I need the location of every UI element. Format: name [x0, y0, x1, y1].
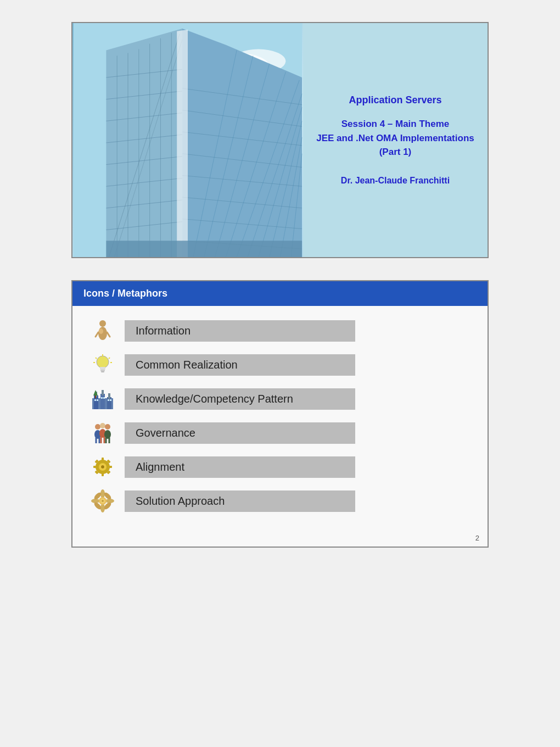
svg-point-42 — [99, 320, 106, 327]
svg-rect-62 — [108, 393, 110, 399]
svg-point-43 — [98, 327, 107, 340]
svg-line-52 — [96, 358, 97, 359]
svg-rect-63 — [94, 399, 96, 401]
svg-rect-49 — [100, 370, 105, 371]
list-item: Information — [89, 317, 471, 344]
svg-rect-68 — [110, 399, 111, 401]
svg-point-105 — [102, 500, 104, 502]
slide1-content: Application Servers Session 4 – Main The… — [303, 23, 488, 257]
subtitle-line1: Session 4 – Main Theme — [341, 119, 450, 129]
svg-point-75 — [105, 424, 110, 430]
governance-icon — [89, 419, 116, 447]
knowledge-icon — [89, 385, 116, 412]
svg-rect-61 — [102, 390, 104, 395]
svg-rect-58 — [100, 394, 105, 409]
alignment-icon — [89, 453, 116, 481]
list-item: Common Realization — [89, 351, 471, 378]
list-item: Knowledge/Competency Pattern — [89, 385, 471, 412]
svg-point-76 — [104, 430, 111, 439]
information-label: Information — [125, 320, 355, 342]
svg-rect-41 — [106, 241, 302, 257]
page-number: 2 — [72, 531, 488, 547]
slide1: Application Servers Session 4 – Main The… — [71, 22, 489, 258]
solution-approach-label: Solution Approach — [125, 490, 355, 512]
svg-point-94 — [101, 465, 104, 469]
author-name: Dr. Jean-Claude Franchitti — [341, 176, 450, 186]
solution-approach-icon — [89, 487, 116, 515]
svg-rect-89 — [109, 466, 112, 468]
building-background — [72, 23, 303, 257]
svg-point-73 — [100, 423, 105, 428]
svg-point-71 — [95, 424, 100, 430]
list-item: Governance — [89, 419, 471, 447]
svg-rect-65 — [101, 397, 103, 399]
svg-line-53 — [109, 358, 110, 359]
slide2-header: Icons / Metaphors — [72, 281, 488, 306]
application-servers-title: Application Servers — [349, 94, 441, 106]
building-image — [72, 23, 303, 257]
svg-rect-59 — [107, 397, 111, 409]
svg-line-46 — [107, 332, 110, 337]
list-item: Alignment — [89, 453, 471, 481]
list-item: Solution Approach — [89, 487, 471, 515]
svg-rect-50 — [101, 371, 104, 372]
common-realization-icon — [89, 351, 116, 378]
knowledge-label: Knowledge/Competency Pattern — [125, 388, 355, 410]
svg-rect-48 — [100, 367, 105, 370]
svg-line-45 — [96, 332, 98, 337]
svg-rect-67 — [108, 399, 109, 401]
common-realization-label: Common Realization — [125, 354, 355, 376]
svg-rect-70 — [95, 395, 96, 398]
information-icon — [89, 317, 116, 344]
svg-rect-86 — [102, 458, 104, 461]
subtitle-line2: JEE and .Net OMA Implementations — [316, 133, 474, 143]
slide2: Icons / Metaphors Information — [71, 280, 489, 548]
building-svg — [72, 23, 303, 257]
subtitle-line3: (Part 1) — [379, 147, 412, 157]
svg-rect-87 — [102, 473, 104, 476]
session-subtitle: Session 4 – Main Theme JEE and .Net OMA … — [316, 117, 474, 159]
svg-marker-40 — [177, 30, 188, 257]
svg-point-47 — [97, 356, 109, 368]
slide2-body: Information Common Realization — [72, 306, 488, 531]
alignment-label: Alignment — [125, 456, 355, 478]
svg-point-44 — [99, 328, 103, 334]
svg-rect-64 — [97, 399, 98, 401]
svg-rect-66 — [103, 397, 105, 399]
svg-rect-88 — [93, 466, 97, 468]
governance-label: Governance — [125, 422, 355, 444]
